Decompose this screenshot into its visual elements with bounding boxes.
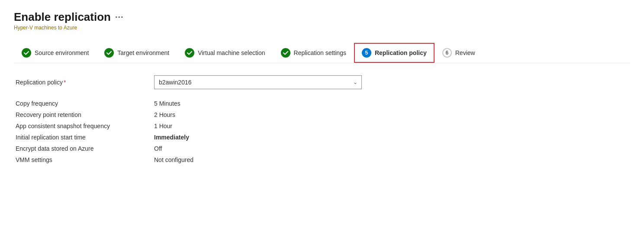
recovery-point-label: Recovery point retention <box>16 111 154 118</box>
step-5-icon: 5 <box>362 48 371 58</box>
encrypt-row: Encrypt data stored on Azure Off <box>16 143 628 154</box>
vmm-value: Not configured <box>154 156 193 163</box>
step-replication-settings[interactable]: Replication settings <box>273 43 354 63</box>
initial-replication-row: Initial replication start time Immediate… <box>16 132 628 143</box>
step-replication-policy[interactable]: 5 Replication policy <box>354 43 435 63</box>
app-snapshot-row: App consistent snapshot frequency 1 Hour <box>16 120 628 132</box>
policy-label: Replication policy* <box>16 79 154 86</box>
step-2-label: Target environment <box>117 49 169 56</box>
initial-replication-value: Immediately <box>154 134 189 141</box>
required-indicator: * <box>64 79 66 86</box>
step-review[interactable]: 6 Review <box>435 43 483 63</box>
app-snapshot-value: 1 Hour <box>154 123 172 129</box>
step-2-icon <box>104 48 114 58</box>
app-snapshot-label: App consistent snapshot frequency <box>16 123 154 129</box>
copy-frequency-row: Copy frequency 5 Minutes <box>16 98 628 109</box>
main-content: Replication policy* b2awin2016 ⌄ Copy fr… <box>14 75 630 165</box>
page-title: Enable replication <box>14 10 111 24</box>
policy-info-section: Copy frequency 5 Minutes Recovery point … <box>16 98 628 165</box>
policy-select-wrapper: b2awin2016 ⌄ <box>154 75 362 89</box>
vmm-label: VMM settings <box>16 156 154 163</box>
step-3-icon <box>185 48 194 58</box>
step-target-environment[interactable]: Target environment <box>97 43 177 63</box>
more-options-icon[interactable]: ··· <box>115 12 124 22</box>
vmm-row: VMM settings Not configured <box>16 154 628 165</box>
step-source-environment[interactable]: Source environment <box>14 43 97 63</box>
copy-frequency-value: 5 Minutes <box>154 100 180 107</box>
step-4-icon <box>281 48 290 58</box>
step-1-icon <box>22 48 31 58</box>
step-1-label: Source environment <box>35 49 89 56</box>
step-3-label: Virtual machine selection <box>198 49 265 56</box>
encrypt-label: Encrypt data stored on Azure <box>16 145 154 152</box>
copy-frequency-label: Copy frequency <box>16 100 154 107</box>
initial-replication-label: Initial replication start time <box>16 134 154 141</box>
step-5-label: Replication policy <box>375 49 427 56</box>
step-6-label: Review <box>455 49 475 56</box>
recovery-point-value: 2 Hours <box>154 111 175 118</box>
step-6-icon: 6 <box>442 48 452 58</box>
page-header: Enable replication ··· Hyper-V machines … <box>14 10 630 31</box>
policy-select[interactable]: b2awin2016 <box>154 75 362 89</box>
encrypt-value: Off <box>154 145 162 152</box>
step-vm-selection[interactable]: Virtual machine selection <box>177 43 273 63</box>
steps-navigation: Source environment Target environment Vi… <box>14 43 630 63</box>
step-4-label: Replication settings <box>294 49 346 56</box>
policy-form-row: Replication policy* b2awin2016 ⌄ <box>16 75 628 89</box>
page-subtitle: Hyper-V machines to Azure <box>14 25 630 31</box>
recovery-point-row: Recovery point retention 2 Hours <box>16 109 628 120</box>
